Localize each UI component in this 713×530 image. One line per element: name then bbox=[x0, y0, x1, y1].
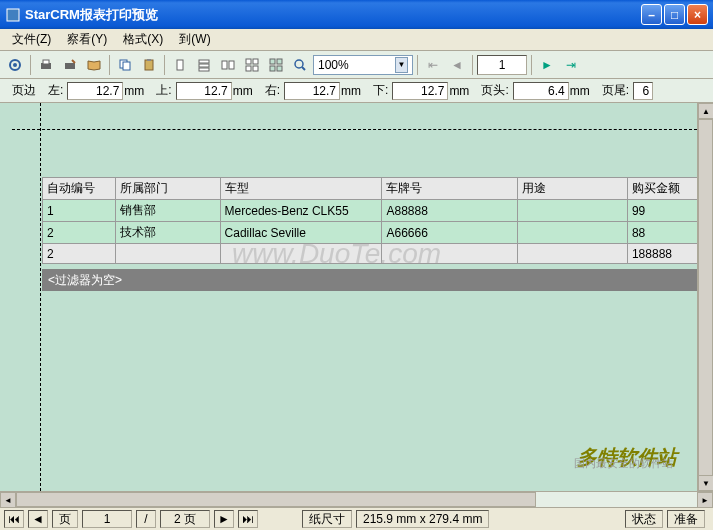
svg-rect-21 bbox=[277, 59, 282, 64]
margin-header-label: 页头: bbox=[473, 82, 512, 99]
prev-button[interactable]: ◄ bbox=[28, 510, 48, 528]
prev-page-button[interactable]: ◄ bbox=[446, 54, 468, 76]
horizontal-scrollbar[interactable]: ◄ ► bbox=[0, 491, 713, 507]
paste-button[interactable] bbox=[138, 54, 160, 76]
view-grid2-button[interactable] bbox=[265, 54, 287, 76]
margin-bottom-label: 下: bbox=[365, 82, 392, 99]
print-setup-button[interactable] bbox=[59, 54, 81, 76]
margin-top-label: 上: bbox=[148, 82, 175, 99]
status-state-value: 准备 bbox=[667, 510, 705, 528]
scroll-right-icon[interactable]: ► bbox=[697, 492, 713, 507]
status-size-value: 215.9 mm x 279.4 mm bbox=[356, 510, 489, 528]
gear-icon bbox=[7, 57, 23, 73]
svg-point-2 bbox=[13, 63, 17, 67]
title-bar: StarCRM报表打印预览 – □ × bbox=[0, 0, 713, 29]
close-button[interactable]: × bbox=[687, 4, 708, 25]
margin-top-unit: mm bbox=[233, 84, 257, 98]
first-page-button[interactable]: ⇤ bbox=[422, 54, 444, 76]
copy-button[interactable] bbox=[114, 54, 136, 76]
svg-rect-13 bbox=[199, 68, 209, 71]
paste-icon bbox=[141, 57, 157, 73]
svg-rect-19 bbox=[253, 66, 258, 71]
margin-left-unit: mm bbox=[124, 84, 148, 98]
svg-rect-17 bbox=[253, 59, 258, 64]
scroll-thumb[interactable] bbox=[698, 119, 713, 499]
margin-right-unit: mm bbox=[341, 84, 365, 98]
page-facing-icon bbox=[220, 57, 236, 73]
margin-top-input[interactable]: 12.7 bbox=[176, 82, 232, 100]
scroll-thumb[interactable] bbox=[16, 492, 536, 507]
toolbar: 100% ▼ ⇤ ◄ 1 ► ⇥ bbox=[0, 51, 713, 79]
scroll-down-icon[interactable]: ▼ bbox=[698, 475, 713, 491]
filter-status: <过滤器为空> bbox=[42, 269, 713, 291]
zoom-tool-button[interactable] bbox=[289, 54, 311, 76]
svg-rect-18 bbox=[246, 66, 251, 71]
svg-rect-8 bbox=[145, 60, 153, 70]
view-list-button[interactable] bbox=[193, 54, 215, 76]
svg-rect-0 bbox=[7, 9, 19, 21]
svg-rect-11 bbox=[199, 60, 209, 63]
col-plate: 车牌号 bbox=[382, 178, 518, 200]
table-total-row: 2 188888 bbox=[43, 244, 714, 264]
svg-rect-20 bbox=[270, 59, 275, 64]
margin-left-input[interactable]: 12.7 bbox=[67, 82, 123, 100]
app-icon bbox=[5, 7, 21, 23]
margin-header-input[interactable]: 6.4 bbox=[513, 82, 569, 100]
next-button[interactable]: ► bbox=[214, 510, 234, 528]
brand-subtitle: 国内最安全的软件站 bbox=[574, 456, 673, 471]
margin-right-input[interactable]: 12.7 bbox=[284, 82, 340, 100]
margin-footer-label: 页尾: bbox=[594, 82, 633, 99]
col-id: 自动编号 bbox=[43, 178, 116, 200]
margin-header-unit: mm bbox=[570, 84, 594, 98]
last-button[interactable]: ⏭ bbox=[238, 510, 258, 528]
svg-rect-23 bbox=[277, 66, 282, 71]
table-header-row: 自动编号 所属部门 车型 车牌号 用途 购买金额 bbox=[43, 178, 714, 200]
last-page-button[interactable]: ⇥ bbox=[560, 54, 582, 76]
zoom-combo[interactable]: 100% ▼ bbox=[313, 55, 413, 75]
svg-rect-14 bbox=[222, 61, 227, 69]
printer-wrench-icon bbox=[62, 57, 78, 73]
magnifier-icon bbox=[292, 57, 308, 73]
margin-right-label: 右: bbox=[257, 82, 284, 99]
svg-rect-12 bbox=[199, 64, 209, 67]
vertical-scrollbar[interactable]: ▲ ▼ bbox=[697, 103, 713, 491]
svg-rect-16 bbox=[246, 59, 251, 64]
page-number-input[interactable]: 1 bbox=[477, 55, 527, 75]
print-button[interactable] bbox=[35, 54, 57, 76]
open-button[interactable] bbox=[83, 54, 105, 76]
zoom-value: 100% bbox=[318, 58, 349, 72]
margin-footer-input[interactable]: 6 bbox=[633, 82, 653, 100]
status-page-sep: / bbox=[136, 510, 156, 528]
next-page-button[interactable]: ► bbox=[536, 54, 558, 76]
settings-button[interactable] bbox=[4, 54, 26, 76]
menu-file[interactable]: 文件(Z) bbox=[4, 29, 59, 50]
margin-bottom-input[interactable]: 12.7 bbox=[392, 82, 448, 100]
svg-point-24 bbox=[295, 60, 303, 68]
scroll-left-icon[interactable]: ◄ bbox=[0, 492, 16, 507]
view-facing-button[interactable] bbox=[217, 54, 239, 76]
minimize-button[interactable]: – bbox=[641, 4, 662, 25]
menu-format[interactable]: 格式(X) bbox=[115, 29, 171, 50]
scroll-up-icon[interactable]: ▲ bbox=[698, 103, 713, 119]
preview-area: 自动编号 所属部门 车型 车牌号 用途 购买金额 1 销售部 Mercedes-… bbox=[0, 103, 713, 507]
menu-view[interactable]: 察看(Y) bbox=[59, 29, 115, 50]
page-grid-icon bbox=[244, 57, 260, 73]
view-single-button[interactable] bbox=[169, 54, 191, 76]
table-row: 2 技术部 Cadillac Seville A66666 88 bbox=[43, 222, 714, 244]
maximize-button[interactable]: □ bbox=[664, 4, 685, 25]
col-use: 用途 bbox=[518, 178, 628, 200]
status-page-current[interactable]: 1 bbox=[82, 510, 132, 528]
window-title: StarCRM报表打印预览 bbox=[25, 6, 641, 24]
book-icon bbox=[86, 57, 102, 73]
table-row: 1 销售部 Mercedes-Benz CLK55 A88888 99 bbox=[43, 200, 714, 222]
status-state-label: 状态 bbox=[625, 510, 663, 528]
svg-rect-5 bbox=[65, 63, 75, 69]
menu-goto[interactable]: 到(W) bbox=[171, 29, 218, 50]
svg-rect-4 bbox=[43, 60, 49, 64]
margin-guide-left bbox=[40, 103, 41, 491]
chevron-down-icon[interactable]: ▼ bbox=[395, 57, 408, 73]
svg-rect-7 bbox=[123, 62, 130, 70]
first-button[interactable]: ⏮ bbox=[4, 510, 24, 528]
view-grid-button[interactable] bbox=[241, 54, 263, 76]
status-page-total: 2 页 bbox=[160, 510, 210, 528]
